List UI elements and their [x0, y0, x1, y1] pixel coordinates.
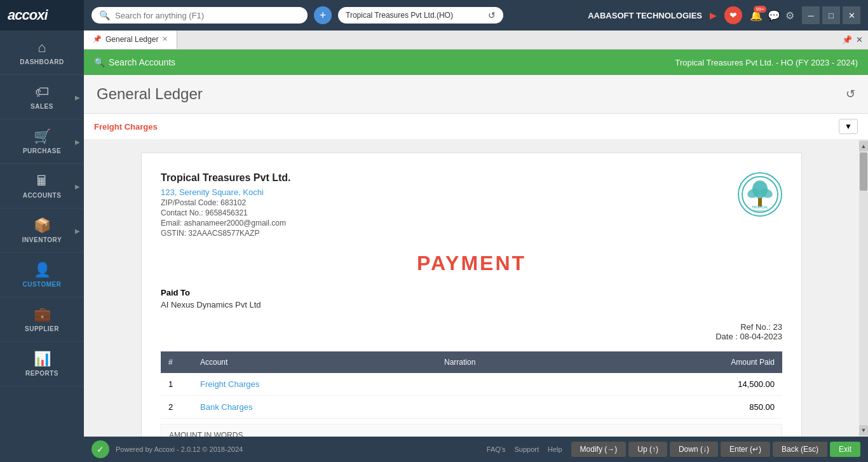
exit-button[interactable]: Exit — [830, 442, 860, 457]
inventory-label: INVENTORY — [22, 236, 62, 243]
sales-icon: 🏷 — [35, 84, 49, 100]
main-content: 🔍 + Tropical Treasures Pvt Ltd.(HO) ↺ AA… — [84, 0, 868, 462]
topbar-icons: 🔔 99+ 💬 ⚙ — [750, 10, 794, 22]
supplier-label: SUPPLIER — [25, 325, 59, 332]
company-address: 123, Serenity Square, Kochi — [161, 187, 291, 197]
search-accounts-icon: 🔍 — [94, 57, 105, 67]
document: Tropical Treasures Pvt Ltd. 123, Serenit… — [141, 153, 802, 437]
logo-text: accoxi — [8, 7, 48, 24]
ref-no: Ref No.: 23 — [161, 322, 782, 332]
scroll-up-arrow[interactable]: ▲ — [859, 141, 868, 151]
footer-powered-by: Powered by Accoxi - 2.0.12 © 2018-2024 — [116, 445, 487, 453]
sales-arrow-icon: ▶ — [75, 93, 80, 100]
sidebar-item-accounts[interactable]: 🖩 ACCOUNTS ▶ — [0, 164, 84, 208]
cell-account: Freight Charges — [193, 373, 437, 396]
doc-scroll[interactable]: Tropical Treasures Pvt Ltd. 123, Serenit… — [84, 140, 859, 437]
add-button[interactable]: + — [314, 6, 332, 24]
help-link[interactable]: Help — [548, 445, 562, 453]
filter-label: Freight Charges — [94, 122, 158, 132]
table-row: 2 Bank Charges 850.00 — [161, 396, 782, 419]
cell-narration — [437, 396, 589, 419]
scroll-thumb[interactable] — [860, 153, 867, 191]
accounts-label: ACCOUNTS — [23, 192, 62, 199]
company-info: Tropical Treasures Pvt Ltd. 123, Serenit… — [161, 172, 291, 239]
footer-links: FAQ's Support Help — [487, 445, 562, 453]
sidebar-item-dashboard[interactable]: ⌂ DASHBOARD — [0, 31, 84, 75]
maximize-button[interactable]: □ — [822, 6, 840, 24]
tab-close-icon[interactable]: ✕ — [162, 35, 168, 43]
back-button[interactable]: Back (Esc) — [773, 442, 827, 457]
reload-button[interactable]: ↺ — [846, 87, 855, 101]
accounts-arrow-icon: ▶ — [75, 182, 80, 189]
sidebar-item-customer[interactable]: 👤 CUSTOMER — [0, 253, 84, 297]
tab-pin-icon: 📌 — [93, 35, 102, 43]
sidebar-item-sales[interactable]: 🏷 SALES ▶ — [0, 75, 84, 119]
sidebar-item-inventory[interactable]: 📦 INVENTORY ▶ — [0, 208, 84, 253]
tab-general-ledger[interactable]: 📌 General Ledger ✕ — [84, 31, 177, 49]
search-box[interactable]: 🔍 — [92, 7, 308, 24]
down-button[interactable]: Down (↓) — [670, 442, 718, 457]
customer-icon: 👤 — [34, 262, 51, 278]
cell-narration — [437, 373, 589, 396]
sidebar-item-reports[interactable]: 📊 REPORTS — [0, 342, 84, 386]
cell-amount: 14,500.00 — [589, 373, 782, 396]
customer-label: CUSTOMER — [22, 281, 61, 288]
company-zip: ZIP/Postal Code: 683102 — [161, 198, 291, 207]
footer-actions: Modify (→) Up (↑) Down (↓) Enter (↵) Bac… — [571, 442, 860, 457]
filterbar: Freight Charges ▼ — [84, 114, 868, 140]
app-logo: accoxi — [0, 0, 84, 31]
tab-controls: 📌 ✕ — [842, 35, 868, 44]
amount-in-words-label: AMOUNT IN WORDS — [169, 431, 243, 437]
scroll-down-arrow[interactable]: ▼ — [859, 425, 868, 435]
footer-logo: ✓ — [92, 440, 109, 458]
settings-button[interactable]: ⚙ — [785, 10, 794, 22]
window-controls: ─ □ ✕ — [802, 6, 860, 24]
filter-button[interactable]: ▼ — [839, 119, 858, 134]
user-avatar[interactable]: ❤ — [724, 6, 742, 24]
sidebar-item-purchase[interactable]: 🛒 PURCHASE ▶ — [0, 119, 84, 164]
scrollbar[interactable]: ▲ ▼ — [859, 140, 868, 437]
company-name-main: Tropical Treasures Pvt Ltd. — [161, 172, 291, 184]
messages-button[interactable]: 💬 — [768, 10, 780, 22]
amount-in-words: AMOUNT IN WORDS — [161, 424, 782, 437]
topbar-right: AABASOFT TECHNOLOGIES ▶ ❤ 🔔 99+ 💬 ⚙ ─ □ … — [588, 6, 860, 24]
doc-header: Tropical Treasures Pvt Ltd. 123, Serenit… — [161, 172, 782, 239]
up-button[interactable]: Up (↑) — [628, 442, 667, 457]
accounts-icon: 🖩 — [35, 173, 49, 189]
minimize-button[interactable]: ─ — [802, 6, 820, 24]
notifications-button[interactable]: 🔔 99+ — [750, 10, 763, 22]
topbar: 🔍 + Tropical Treasures Pvt Ltd.(HO) ↺ AA… — [84, 0, 868, 31]
logo-svg: TROPICAL TREASURES — [741, 175, 779, 214]
purchase-icon: 🛒 — [34, 128, 51, 145]
close-button[interactable]: ✕ — [843, 6, 860, 24]
payment-title: PAYMENT — [161, 252, 782, 275]
svg-text:TREASURES: TREASURES — [752, 209, 768, 212]
purchase-arrow-icon: ▶ — [75, 138, 80, 145]
refresh-icon[interactable]: ↺ — [488, 10, 496, 20]
dashboard-label: DASHBOARD — [20, 58, 64, 65]
reports-icon: 📊 — [34, 351, 51, 367]
enter-button[interactable]: Enter (↵) — [721, 442, 770, 457]
faq-link[interactable]: FAQ's — [487, 445, 506, 453]
company-selector[interactable]: Tropical Treasures Pvt Ltd.(HO) ↺ — [338, 7, 503, 24]
sales-label: SALES — [31, 103, 53, 110]
support-link[interactable]: Support — [514, 445, 539, 453]
modify-button[interactable]: Modify (→) — [571, 442, 627, 457]
sidebar-nav: ⌂ DASHBOARD 🏷 SALES ▶ 🛒 PURCHASE ▶ 🖩 ACC… — [0, 31, 84, 462]
tab-close-btn[interactable]: ✕ — [856, 35, 863, 44]
page-header: General Ledger ↺ — [84, 75, 868, 114]
search-accounts-button[interactable]: 🔍 Search Accounts — [94, 57, 175, 67]
company-logo: TROPICAL TREASURES — [738, 172, 782, 217]
tab-pin-btn[interactable]: 📌 — [842, 35, 852, 44]
doc-area: Tropical Treasures Pvt Ltd. 123, Serenit… — [84, 140, 868, 437]
search-icon: 🔍 — [99, 10, 110, 20]
cell-num: 1 — [161, 373, 193, 396]
company-email: Email: ashanameer2000@gmail.com — [161, 219, 291, 228]
cell-amount: 850.00 — [589, 396, 782, 419]
search-accounts-label: Search Accounts — [109, 57, 175, 67]
col-amount: Amount Paid — [589, 351, 782, 373]
doc-table: # Account Narration Amount Paid 1 Freigh… — [161, 351, 782, 419]
sidebar-item-supplier[interactable]: 💼 SUPPLIER — [0, 297, 84, 342]
search-input[interactable] — [115, 11, 300, 20]
col-num: # — [161, 351, 193, 373]
